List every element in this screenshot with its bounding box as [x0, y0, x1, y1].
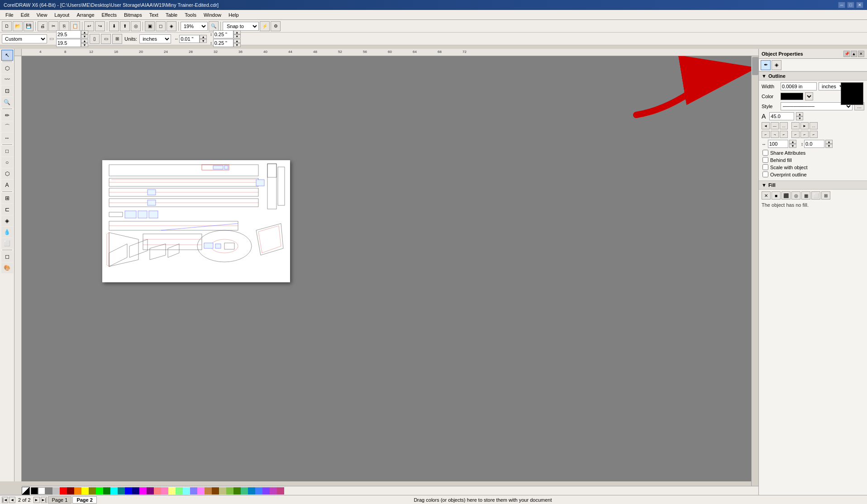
palette-color-lightblue[interactable] [190, 487, 197, 494]
first-page-btn[interactable]: |◄ [2, 497, 8, 503]
corner-style-btn1[interactable]: ⌐ [762, 131, 770, 138]
palette-color-cerulean[interactable] [248, 487, 255, 494]
parallel-dimension-tool[interactable]: ⊞ [1, 193, 13, 204]
pos-x-input[interactable] [213, 30, 233, 38]
menu-view[interactable]: View [33, 11, 51, 19]
palette-color-magenta[interactable] [139, 487, 147, 494]
panel-close-button[interactable]: ✕ [858, 51, 864, 57]
menu-arrange[interactable]: Arrange [73, 11, 98, 19]
opacity-input1[interactable] [768, 140, 788, 148]
height-up-btn[interactable]: ▲ [81, 39, 88, 43]
arrow-right-btn2[interactable]: ► [800, 122, 809, 129]
fill-linear-btn[interactable]: ⬛ [781, 191, 791, 200]
fill-tool[interactable]: ⬜ [1, 238, 13, 249]
prev-page-btn[interactable]: ◄ [9, 497, 15, 503]
fill-icon-btn[interactable]: ◈ [772, 60, 781, 70]
redo-button[interactable]: ↪ [95, 21, 105, 31]
palette-color-mint[interactable] [241, 487, 248, 494]
menu-window[interactable]: Window [200, 11, 225, 19]
nudge-x-down[interactable]: ▼ [200, 39, 207, 43]
pos-x-down[interactable]: ▼ [233, 34, 241, 38]
palette-color-yellowgreen[interactable] [226, 487, 233, 494]
text-tool[interactable]: A [1, 180, 13, 190]
palette-color-lightgreen[interactable] [176, 487, 183, 494]
import-button[interactable]: ⬇ [109, 21, 119, 31]
width-down-btn[interactable]: ▼ [81, 34, 88, 38]
arrow-style-btn[interactable]: — [771, 122, 779, 129]
palette-color-blue[interactable] [125, 487, 132, 494]
menu-layout[interactable]: Layout [51, 11, 73, 19]
palette-color-olive[interactable] [89, 487, 96, 494]
palette-color-silver[interactable] [52, 487, 60, 494]
fill-texture-btn[interactable]: ⬜ [811, 191, 820, 200]
next-page-btn[interactable]: ► [33, 497, 40, 503]
palette-color-skyblue[interactable] [255, 487, 262, 494]
palette-color-green[interactable] [103, 487, 110, 494]
corner-style-btn3[interactable]: ⌐ [780, 131, 788, 138]
fill-pattern-btn[interactable]: ▦ [801, 191, 810, 200]
fill-postscript-btn[interactable]: ⊞ [821, 191, 830, 200]
canvas-area[interactable] [22, 56, 758, 481]
palette-color-mauve[interactable] [270, 487, 277, 494]
zoom-dropdown[interactable]: 19% 25% 50% 75% 100% [181, 22, 208, 31]
angle-up-btn[interactable]: ▲ [796, 112, 803, 116]
angle-input[interactable] [769, 112, 794, 120]
palette-color-lightred[interactable] [154, 487, 161, 494]
outline-icon-btn[interactable]: ✒ [761, 60, 771, 70]
select-tool[interactable]: ↖ [1, 50, 13, 61]
cut-button[interactable]: ✂ [48, 21, 58, 31]
palette-color-pink[interactable] [161, 487, 168, 494]
end-style-btn3[interactable]: ⌐ [810, 131, 818, 138]
pos-y-up[interactable]: ▲ [233, 39, 241, 43]
menu-text[interactable]: Text [146, 11, 162, 19]
shape-tool[interactable]: ⬡ [1, 63, 13, 74]
palette-color-lightyellow[interactable] [168, 487, 176, 494]
arrow-left-btn[interactable]: ◄ [762, 122, 770, 129]
palette-color-rose[interactable] [277, 487, 284, 494]
last-page-btn[interactable]: ►| [41, 497, 47, 503]
freehand-tool[interactable]: ✏ [1, 110, 13, 121]
fill-solid-btn[interactable]: ■ [772, 191, 781, 200]
palette-color-black[interactable] [31, 487, 38, 494]
arrow-dots-btn[interactable]: … [780, 122, 788, 129]
scrollbar-thumb-v[interactable] [752, 57, 758, 75]
smear-tool[interactable]: 〰 [1, 74, 13, 85]
behind-fill-checkbox[interactable] [762, 157, 768, 163]
publish-button[interactable]: ◎ [131, 21, 141, 31]
palette-color-darkred[interactable] [67, 487, 74, 494]
palette-color-brown[interactable] [205, 487, 212, 494]
angle-down-btn[interactable]: ▼ [796, 116, 803, 120]
units-button[interactable]: ⊞ [112, 34, 122, 44]
zoom-in-button[interactable]: 🔍 [209, 21, 219, 31]
palette-color-gray[interactable] [45, 487, 52, 494]
palette-color-lightcyan[interactable] [183, 487, 190, 494]
outline-color-swatch[interactable] [781, 93, 803, 100]
snap-to-dropdown[interactable]: Snap to [223, 22, 259, 31]
opacity-down2[interactable]: ▼ [825, 144, 833, 148]
pos-x-up[interactable]: ▲ [233, 30, 241, 34]
page1-tab[interactable]: Page 1 [48, 496, 72, 504]
units-dropdown[interactable]: inches mm cm pixels [139, 34, 171, 43]
panel-scroll[interactable]: ▼ Outline Width inches Color ▼ [759, 71, 867, 504]
scale-object-checkbox[interactable] [762, 164, 768, 170]
fill-section-header[interactable]: ▼ Fill [759, 181, 867, 190]
polygon-tool[interactable]: ⬡ [1, 168, 13, 179]
palette-color-tan[interactable] [219, 487, 226, 494]
menu-file[interactable]: File [2, 11, 17, 19]
paste-button[interactable]: 📋 [70, 21, 80, 31]
rectangle-tool[interactable]: □ [1, 146, 13, 157]
fill-none-btn[interactable]: ✕ [762, 191, 771, 200]
outline-section-header[interactable]: ▼ Outline [759, 71, 867, 81]
palette-color-darkgreen[interactable] [233, 487, 241, 494]
snap-options-button[interactable]: ⚡ [260, 21, 270, 31]
share-attributes-checkbox[interactable] [762, 150, 768, 156]
arrow-right-btn1[interactable]: — [791, 122, 800, 129]
palette-color-white[interactable] [38, 487, 45, 494]
minimize-button[interactable]: ─ [838, 2, 845, 8]
dimension-tool[interactable]: ↔ [1, 133, 13, 143]
menu-bitmaps[interactable]: Bitmaps [120, 11, 146, 19]
palette-color-cyan[interactable] [110, 487, 118, 494]
zoom-tool[interactable]: 🔍 [1, 97, 13, 108]
pos-y-input[interactable] [213, 39, 233, 47]
outline-color-preview[interactable] [841, 82, 863, 105]
